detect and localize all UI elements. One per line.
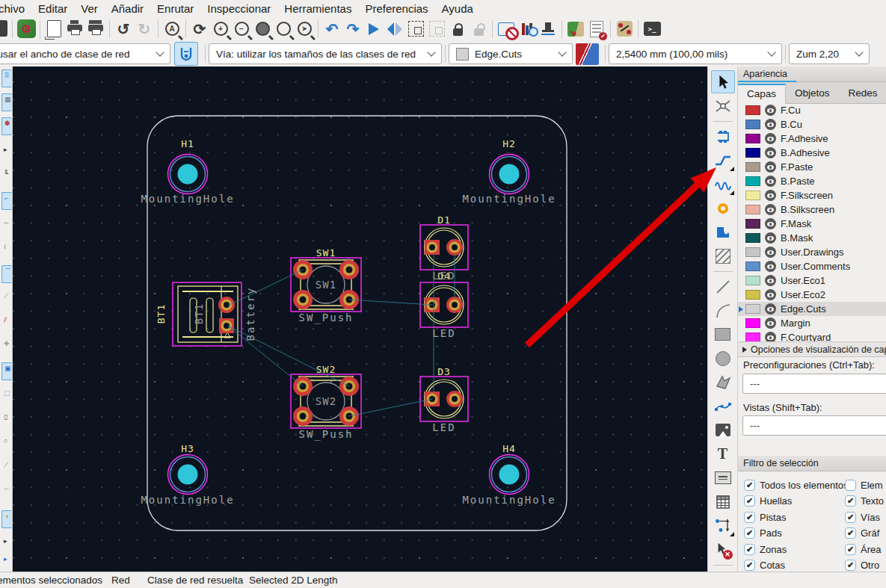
layer-color-swatch[interactable] [745, 290, 760, 300]
layer-color-swatch[interactable] [745, 276, 760, 285]
layer-display-options-header[interactable]: Opciones de visualización de cap [738, 341, 886, 357]
units-mil-icon[interactable]: ╙ [1, 168, 11, 185]
footprint-h4[interactable] [490, 455, 529, 495]
group-icon[interactable] [405, 19, 426, 40]
menu-editar[interactable]: Editar [31, 2, 74, 15]
visibility-eye-icon[interactable] [765, 133, 776, 144]
zoom-out-icon[interactable]: − [231, 19, 252, 40]
measure-icon[interactable]: ⟋ [1, 459, 11, 476]
filter-graficos[interactable]: ✔Gráf [845, 527, 886, 539]
tune-length-tool[interactable] [711, 173, 735, 196]
visibility-eye-icon[interactable] [765, 105, 776, 116]
via-display-icon[interactable]: ⫽ [1, 315, 11, 331]
menu-ayuda[interactable]: Ayuda [435, 2, 480, 15]
lock-icon[interactable] [447, 19, 468, 40]
draw-arc-tool[interactable] [711, 299, 735, 322]
footprint-h1[interactable] [168, 155, 208, 194]
views-dropdown[interactable]: --- [742, 415, 886, 436]
rule-area-tool[interactable] [711, 244, 735, 267]
visibility-eye-icon[interactable] [765, 261, 776, 272]
grid-dots-icon[interactable]: ⠿ [1, 69, 12, 87]
visibility-eye-icon[interactable] [765, 247, 776, 258]
grid-edit-icon[interactable]: ▦ [1, 93, 12, 111]
layer-row[interactable]: User.Eco1 [738, 273, 886, 288]
filter-cotas[interactable]: ✔Cotas [744, 560, 849, 572]
polar-coords-icon[interactable]: ✽ [1, 117, 12, 135]
tab-objetos[interactable]: Objetos [785, 83, 840, 103]
redo-from-list-icon[interactable]: ↷ [342, 19, 363, 40]
cursor-shape-icon[interactable]: ─ [1, 217, 11, 234]
filter-todos[interactable]: ✔Todos los elementos [744, 479, 849, 491]
board-setup-icon[interactable]: ⚙ [16, 19, 37, 40]
layer-color-swatch[interactable] [745, 176, 760, 186]
visibility-eye-icon[interactable] [765, 147, 776, 158]
menu-herramientas[interactable]: Herramientas [277, 2, 358, 15]
pcb-canvas[interactable]: H1 MountingHole H2 MountingHole H3 Mount… [13, 66, 707, 572]
track-display-icon[interactable]: ⟋ [1, 291, 11, 307]
layer-color-swatch[interactable] [745, 247, 760, 257]
highcontrast-icon[interactable]: ◑ [1, 510, 12, 528]
visibility-eye-icon[interactable] [765, 303, 776, 315]
layer-row[interactable]: B.Cu [738, 117, 886, 131]
track-width-dropdown[interactable]: ista: usar el ancho de clase de red [0, 43, 170, 64]
flip-left-icon[interactable]: ▸ [1, 536, 11, 552]
footprint-h3[interactable] [168, 455, 208, 495]
layer-row[interactable]: User.Eco2 [738, 288, 886, 302]
filter-zonas[interactable]: ✔Zonas [744, 543, 849, 555]
place-text-tool[interactable]: T [711, 442, 735, 465]
layer-color-swatch[interactable] [745, 162, 760, 172]
scripting-console-icon[interactable]: >_ [642, 19, 662, 40]
zoom-fit-page-icon[interactable] [252, 19, 273, 40]
save-icon[interactable] [0, 20, 9, 38]
visibility-eye-icon[interactable] [765, 218, 776, 229]
draw-line-tool[interactable] [711, 275, 735, 298]
plot-icon[interactable] [85, 19, 106, 40]
refresh-icon[interactable]: ⟳ [189, 19, 210, 40]
filter-elementos-bloqueados[interactable]: Elem [845, 479, 886, 491]
via-posture-button[interactable] [174, 42, 198, 66]
grid-dropdown[interactable]: 2,5400 mm (100,00 mils) [609, 43, 782, 64]
dimension-tool[interactable] [711, 514, 735, 537]
visibility-eye-icon[interactable] [765, 332, 776, 341]
curved-ratsnest-icon[interactable]: ⌒ [1, 265, 12, 283]
layer-color-swatch[interactable] [745, 148, 760, 158]
layer-row[interactable]: User.Comments [738, 259, 886, 273]
zoom-fit-objects-icon[interactable] [273, 19, 294, 40]
layer-row[interactable]: B.Mask [738, 231, 886, 245]
layer-row[interactable]: B.Adhesive [738, 146, 886, 160]
tab-capas[interactable]: Capas [737, 84, 786, 104]
footprint-d3[interactable] [420, 377, 468, 421]
undo-icon[interactable]: ↺ [113, 19, 134, 40]
layer-color-swatch[interactable] [745, 205, 760, 214]
zoom-dropdown[interactable]: Zum 2,20 [789, 43, 870, 64]
footprint-bt1[interactable] [173, 282, 242, 346]
filter-vias[interactable]: ✔Vías [845, 511, 886, 523]
place-footprint-tool[interactable] [711, 125, 735, 148]
footprint-h2[interactable] [490, 155, 529, 194]
visibility-eye-icon[interactable] [765, 289, 776, 300]
place-image-tool[interactable] [711, 418, 735, 442]
layer-row[interactable]: F.Courtyard [738, 330, 886, 341]
layer-color-swatch[interactable] [745, 332, 760, 341]
place-textbox-tool[interactable] [711, 466, 735, 489]
layer-color-swatch[interactable] [745, 134, 760, 143]
filter-pistas[interactable]: ✔Pistas [744, 511, 849, 523]
drill-origin-icon[interactable] [538, 19, 559, 40]
units-inch-icon[interactable]: ▸ [1, 144, 11, 161]
flip-board-view-icon[interactable] [384, 19, 405, 40]
print-icon[interactable] [64, 19, 85, 40]
layer-row[interactable]: F.Mask [738, 217, 886, 231]
visibility-eye-icon[interactable] [765, 232, 776, 244]
menu-enrutar[interactable]: Enrutar [150, 2, 200, 15]
page-border-icon[interactable]: ▯ [1, 412, 11, 428]
active-layer-dropdown[interactable]: Edge.Cuts [449, 43, 573, 64]
filter-areas[interactable]: ✔Área [845, 543, 886, 555]
draw-rectangle-tool[interactable] [711, 323, 735, 346]
layer-color-swatch[interactable] [745, 304, 760, 314]
route-tracks-tool[interactable] [711, 149, 735, 172]
layer-row[interactable]: User.Drawings [738, 245, 886, 259]
footprint-d1[interactable] [420, 225, 468, 270]
layer-row[interactable]: B.Silkscreen [738, 202, 886, 217]
footprint-editor-check-icon[interactable] [496, 19, 517, 40]
pad-display-icon[interactable]: ✚ [1, 338, 11, 355]
